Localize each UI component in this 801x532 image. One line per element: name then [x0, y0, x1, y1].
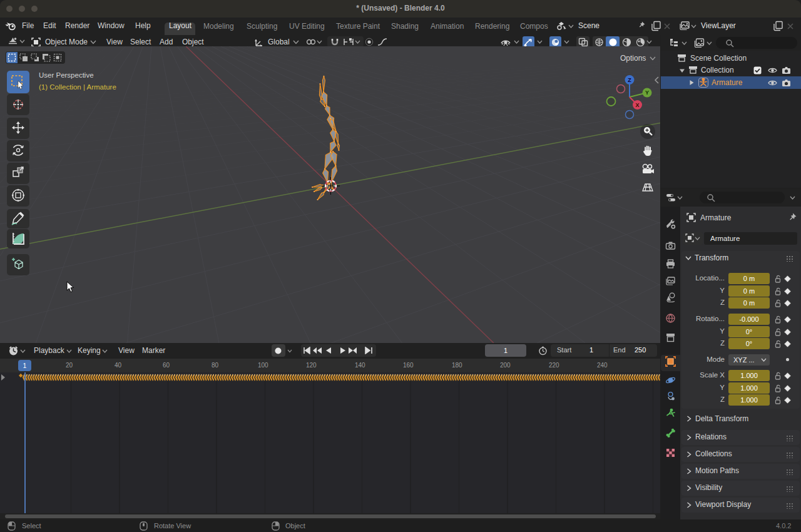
svg-text:Z: Z: [628, 77, 631, 83]
svg-text:Y: Y: [645, 90, 649, 96]
svg-text:X: X: [635, 102, 639, 108]
